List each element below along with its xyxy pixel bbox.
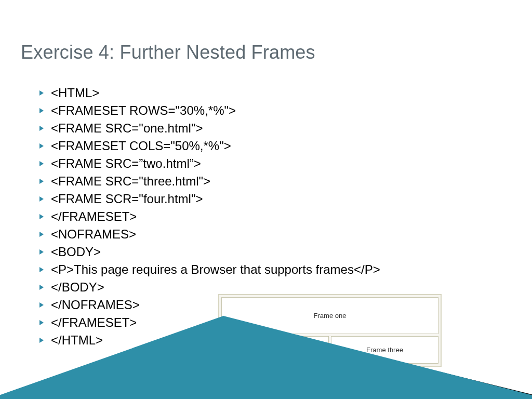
bullet-text: </HTML> [51, 332, 103, 348]
bullet-row: <BODY> [39, 244, 497, 260]
bullet-marker-icon [39, 196, 44, 202]
bullet-text: <FRAMESET COLS="50%,*%"> [51, 138, 231, 154]
bullet-marker-icon [39, 267, 44, 272]
svg-marker-14 [39, 338, 44, 343]
frame-one-cell: Frame one [221, 297, 438, 334]
bullet-row: <FRAME SCR="four.html"> [39, 191, 497, 207]
bullet-marker-icon [39, 126, 44, 131]
bullet-text: </FRAMESET> [51, 315, 137, 330]
bullet-row: <HTML> [39, 85, 497, 101]
svg-marker-13 [39, 320, 44, 325]
bullet-text: <BODY> [51, 244, 101, 260]
bullet-row: </BODY> [39, 280, 497, 295]
bullet-marker-icon [39, 108, 44, 113]
svg-marker-7 [39, 214, 44, 219]
svg-marker-5 [39, 179, 44, 184]
bullet-row: <FRAME SRC=”two.html”> [39, 156, 497, 171]
bullet-text: <FRAME SRC="one.html"> [51, 121, 203, 136]
bullet-marker-icon [39, 285, 44, 290]
bullet-text: </NOFRAMES> [51, 297, 140, 313]
svg-marker-3 [39, 143, 44, 149]
bullet-text: <HTML> [51, 85, 99, 101]
bullet-row: <FRAMESET COLS="50%,*%"> [39, 138, 497, 154]
slide: Exercise 4: Further Nested Frames <HTML>… [0, 0, 532, 399]
bullet-marker-icon [39, 214, 44, 219]
bullet-marker-icon [39, 179, 44, 184]
bullet-marker-icon [39, 143, 44, 149]
frame-bottom-row: Frame two Frame three [221, 336, 438, 364]
bullet-row: <NOFRAMES> [39, 227, 497, 242]
frame-two-cell: Frame two [221, 336, 329, 364]
bullet-text: </BODY> [51, 280, 104, 295]
bullet-text: <FRAMESET ROWS="30%,*%"> [51, 103, 236, 118]
bullet-text: <FRAME SRC=”two.html”> [51, 156, 201, 171]
svg-marker-2 [39, 126, 44, 131]
bullet-marker-icon [39, 338, 44, 343]
slide-title: Exercise 4: Further Nested Frames [21, 42, 315, 63]
frame-three-cell: Frame three [331, 336, 438, 364]
bullet-text: <FRAME SCR="four.html"> [51, 191, 203, 207]
bullet-marker-icon [39, 249, 44, 255]
bullet-row: <FRAME SRC="one.html"> [39, 121, 497, 136]
bullet-row: <P>This page requires a Browser that sup… [39, 262, 497, 277]
bullet-text: </FRAMESET> [51, 209, 137, 224]
bullet-marker-icon [39, 302, 44, 308]
svg-marker-1 [39, 108, 44, 113]
bullet-marker-icon [39, 161, 44, 166]
bullet-text: <P>This page requires a Browser that sup… [51, 262, 380, 277]
bullet-text: <NOFRAMES> [51, 227, 136, 242]
frames-diagram: Frame one Frame two Frame three [218, 294, 442, 367]
svg-marker-0 [39, 90, 44, 96]
bullet-marker-icon [39, 90, 44, 96]
bullet-marker-icon [39, 232, 44, 237]
svg-marker-12 [39, 302, 44, 308]
svg-marker-6 [39, 196, 44, 202]
svg-marker-10 [39, 267, 44, 272]
bullet-row: </FRAMESET> [39, 209, 497, 224]
bullet-row: <FRAMESET ROWS="30%,*%"> [39, 103, 497, 118]
bullet-marker-icon [39, 320, 44, 325]
svg-marker-9 [39, 249, 44, 255]
bullet-text: <FRAME SRC="three.html"> [51, 174, 210, 189]
svg-marker-11 [39, 285, 44, 290]
svg-marker-4 [39, 161, 44, 166]
svg-marker-8 [39, 232, 44, 237]
bullet-row: <FRAME SRC="three.html"> [39, 174, 497, 189]
